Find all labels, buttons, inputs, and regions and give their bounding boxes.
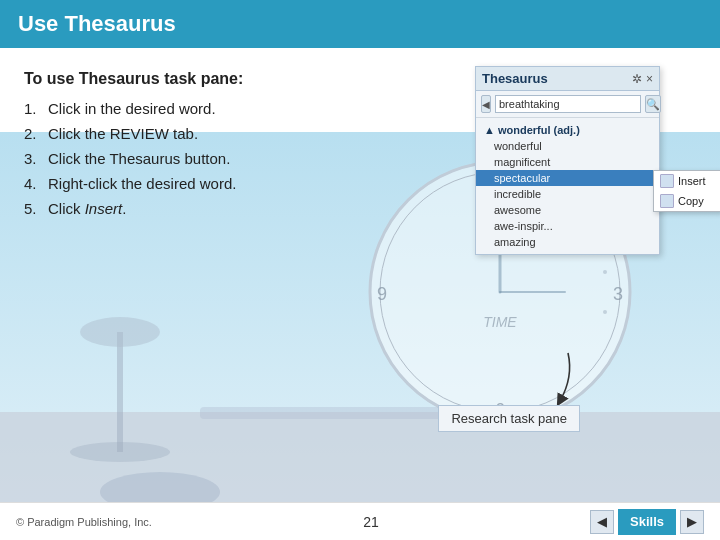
- footer: © Paradigm Publishing, Inc. 21 ◀ Skills …: [0, 502, 720, 540]
- step-number: 3.: [24, 150, 48, 167]
- copy-icon: [660, 194, 674, 208]
- page-number: 21: [363, 514, 379, 530]
- thesaurus-title: Thesaurus: [482, 71, 548, 86]
- step-text: Click Insert.: [48, 200, 126, 217]
- copyright-text: © Paradigm Publishing, Inc.: [16, 516, 152, 528]
- insert-label: Insert: [678, 175, 706, 187]
- step-number: 2.: [24, 125, 48, 142]
- step-text: Right-click the desired word.: [48, 175, 236, 192]
- thesaurus-titlebar: Thesaurus ✲ ×: [476, 67, 659, 91]
- result-item[interactable]: amazing: [476, 234, 659, 250]
- result-item-selected[interactable]: spectacular Insert Copy: [476, 170, 659, 186]
- slide-header: Use Thesaurus: [0, 0, 720, 48]
- step-text: Click the REVIEW tab.: [48, 125, 198, 142]
- callout-arrow: [540, 347, 580, 407]
- result-item[interactable]: magnificent: [476, 154, 659, 170]
- copy-menu-item[interactable]: Copy: [654, 191, 720, 211]
- search-back-button[interactable]: ◀: [481, 95, 491, 113]
- result-item[interactable]: incredible: [476, 186, 659, 202]
- step-number: 4.: [24, 175, 48, 192]
- search-button[interactable]: 🔍: [645, 95, 661, 113]
- callout-label: Research task pane: [438, 405, 580, 432]
- context-menu: Insert Copy: [653, 170, 720, 212]
- close-icon[interactable]: ×: [646, 72, 653, 86]
- result-group-header: ▲ wonderful (adj.): [476, 122, 659, 138]
- nav-next-button[interactable]: ▶: [680, 510, 704, 534]
- thesaurus-panel: Thesaurus ✲ × ◀ 🔍 ▲ wonderful (adj.) won…: [475, 66, 660, 255]
- step-number: 5.: [24, 200, 48, 217]
- copy-label: Copy: [678, 195, 704, 207]
- header-title: Use Thesaurus: [18, 11, 176, 37]
- result-item[interactable]: wonderful: [476, 138, 659, 154]
- step-text: Click in the desired word.: [48, 100, 216, 117]
- thesaurus-results: ▲ wonderful (adj.) wonderful magnificent…: [476, 118, 659, 254]
- nav-prev-button[interactable]: ◀: [590, 510, 614, 534]
- result-item[interactable]: awe-inspir...: [476, 218, 659, 234]
- step-number: 1.: [24, 100, 48, 117]
- footer-nav: ◀ Skills ▶: [590, 509, 704, 535]
- thesaurus-search-row: ◀ 🔍: [476, 91, 659, 118]
- insert-icon: [660, 174, 674, 188]
- thesaurus-search-input[interactable]: [495, 95, 641, 113]
- result-item[interactable]: awesome: [476, 202, 659, 218]
- pin-icon[interactable]: ✲: [632, 72, 642, 86]
- insert-menu-item[interactable]: Insert: [654, 171, 720, 191]
- callout-container: Research task pane: [438, 347, 580, 432]
- main-content: To use Thesaurus task pane: 1. Click in …: [0, 48, 720, 500]
- step-text: Click the Thesaurus button.: [48, 150, 230, 167]
- skills-button[interactable]: Skills: [618, 509, 676, 535]
- thesaurus-controls: ✲ ×: [632, 72, 653, 86]
